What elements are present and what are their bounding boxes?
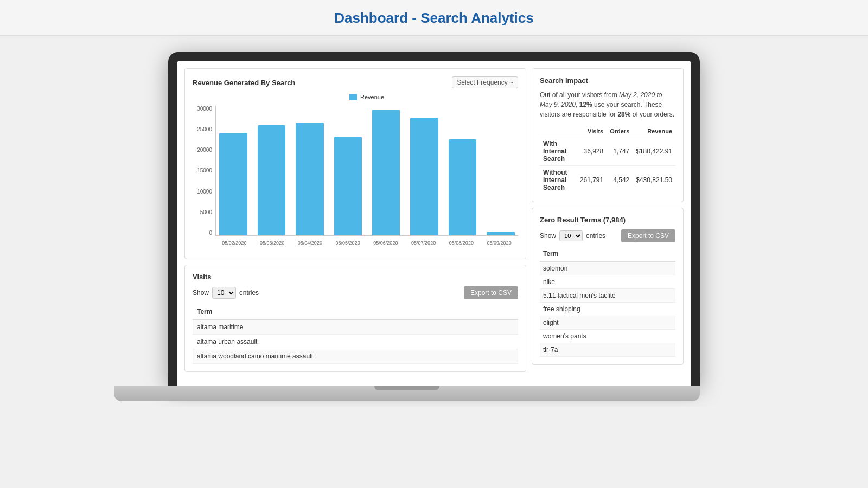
impact-cell-revenue: $430,821.50 (633, 166, 675, 195)
zero-row: 5.11 tactical men's taclite (540, 289, 675, 303)
x-label-3: 05/05/2020 (329, 238, 367, 251)
bar-col-1 (254, 106, 289, 235)
impact-cell-orders: 4,542 (607, 166, 633, 195)
x-label-5: 05/07/2020 (405, 238, 443, 251)
bar-5 (410, 118, 438, 235)
export-csv-zero-button[interactable]: Export to CSV (621, 229, 675, 242)
visits-term-cell: altama woodland camo maritime assault (193, 349, 518, 364)
show-entries-visits: Show 10 25 50 entries (193, 287, 259, 299)
impact-cell-label: With Internal Search (540, 137, 577, 166)
export-csv-visits-button[interactable]: Export to CSV (464, 286, 518, 299)
laptop-screen: Revenue Generated By Search Select Frequ… (177, 61, 691, 386)
zero-term-cell: nike (540, 275, 675, 289)
zero-term-cell: olight (540, 316, 675, 330)
x-labels: 05/02/202005/03/202005/04/202005/05/2020… (215, 238, 518, 251)
y-label-0: 30000 (197, 106, 214, 112)
visits-card-title: Visits (193, 273, 211, 281)
zero-term-cell: 5.11 tactical men's taclite (540, 289, 675, 303)
impact-row: With Internal Search36,9281,747$180,422.… (540, 137, 675, 166)
bar-col-4 (369, 106, 404, 235)
y-label-4: 10000 (197, 189, 214, 195)
x-label-4: 05/06/2020 (367, 238, 405, 251)
impact-cell-revenue: $180,422.91 (633, 137, 675, 166)
zero-row: nike (540, 275, 675, 289)
search-impact-header: Search Impact (540, 76, 675, 85)
zero-term-cell: women's pants (540, 330, 675, 343)
zero-term-cell: tlr-7a (540, 343, 675, 357)
entries-select-visits[interactable]: 10 25 50 (212, 287, 236, 299)
y-label-1: 25000 (197, 126, 214, 132)
y-label-2: 20000 (197, 147, 214, 153)
show-label-visits: Show (193, 289, 209, 297)
zero-row: tlr-7a (540, 343, 675, 357)
page-header: Dashboard - Search Analytics (0, 0, 868, 36)
y-label-3: 15000 (197, 168, 214, 174)
zero-row: solomon (540, 261, 675, 275)
impact-col-blank (540, 126, 577, 137)
y-label-6: 0 (209, 230, 214, 236)
impact-cell-visits: 36,928 (577, 137, 607, 166)
visits-term-cell: altama maritime (193, 319, 518, 335)
zero-row: olight (540, 316, 675, 330)
zero-entries-select[interactable]: 10 25 (559, 230, 583, 241)
bar-1 (258, 125, 286, 235)
zero-col-term: Term (540, 247, 675, 261)
chart-area: Revenue 30000 25000 20000 15000 10000 50… (193, 94, 518, 251)
search-impact-description: Out of all your visitors from May 2, 202… (540, 90, 675, 119)
bar-col-2 (292, 106, 327, 235)
visits-col-term: Term (193, 305, 518, 319)
laptop-notch (374, 386, 439, 390)
x-label-7: 05/09/2020 (480, 238, 518, 251)
y-axis: 30000 25000 20000 15000 10000 5000 0 (193, 106, 214, 236)
page-title: Dashboard - Search Analytics (0, 10, 868, 27)
revenue-chart-title: Revenue Generated By Search (193, 79, 295, 87)
impact-cell-orders: 1,747 (607, 137, 633, 166)
bar-col-6 (445, 106, 480, 235)
zero-term-cell: free shipping (540, 303, 675, 316)
zero-show-label: Show (540, 232, 556, 240)
revenue-chart-header: Revenue Generated By Search Select Frequ… (193, 76, 518, 88)
entries-label-visits: entries (239, 289, 259, 297)
chart-legend: Revenue (215, 94, 518, 100)
zero-entries-label: entries (586, 232, 605, 240)
bar-4 (372, 110, 400, 235)
revenue-chart-card: Revenue Generated By Search Select Frequ… (184, 68, 526, 259)
bar-col-3 (330, 106, 365, 235)
zero-row: free shipping (540, 303, 675, 316)
bar-7 (487, 232, 515, 235)
laptop-frame: Revenue Generated By Search Select Frequ… (168, 52, 700, 386)
bar-6 (449, 139, 477, 235)
bar-col-0 (216, 106, 251, 235)
bar-0 (219, 133, 247, 235)
search-impact-card: Search Impact Out of all your visitors f… (532, 68, 684, 202)
impact-col-orders: Orders (607, 126, 633, 137)
visits-row: altama maritime (193, 319, 518, 335)
left-panel: Revenue Generated By Search Select Frequ… (184, 68, 526, 372)
x-label-6: 05/08/2020 (443, 238, 481, 251)
zero-show-entries: Show 10 25 entries Export to CSV (540, 229, 675, 242)
visits-term-cell: altama urban assault (193, 335, 518, 349)
impact-col-visits: Visits (577, 126, 607, 137)
dashboard-content: Revenue Generated By Search Select Frequ… (177, 61, 691, 380)
visits-card: Visits Show 10 25 50 (184, 265, 526, 372)
right-panel: Search Impact Out of all your visitors f… (532, 68, 684, 372)
visits-row: altama urban assault (193, 335, 518, 349)
impact-cell-label: Without Internal Search (540, 166, 577, 195)
impact-col-revenue: Revenue (633, 126, 675, 137)
impact-table: Visits Orders Revenue With Internal Sear… (540, 126, 675, 194)
search-impact-title: Search Impact (540, 76, 588, 85)
bar-col-7 (483, 106, 518, 235)
impact-row: Without Internal Search261,7914,542$430,… (540, 166, 675, 195)
zero-term-cell: solomon (540, 261, 675, 275)
visits-table: Term altama maritimealtama urban assault… (193, 305, 518, 364)
x-label-0: 05/02/2020 (215, 238, 253, 251)
visits-row: altama woodland camo maritime assault (193, 349, 518, 364)
zero-result-header: Zero Result Terms (7,984) (540, 216, 675, 224)
laptop-base (114, 386, 700, 401)
bar-col-5 (407, 106, 442, 235)
bars-wrapper (215, 106, 518, 236)
legend-label: Revenue (360, 94, 384, 100)
frequency-dropdown[interactable]: Select Frequency ~ (452, 76, 518, 88)
legend-color-box (349, 94, 357, 100)
zero-row: women's pants (540, 330, 675, 343)
